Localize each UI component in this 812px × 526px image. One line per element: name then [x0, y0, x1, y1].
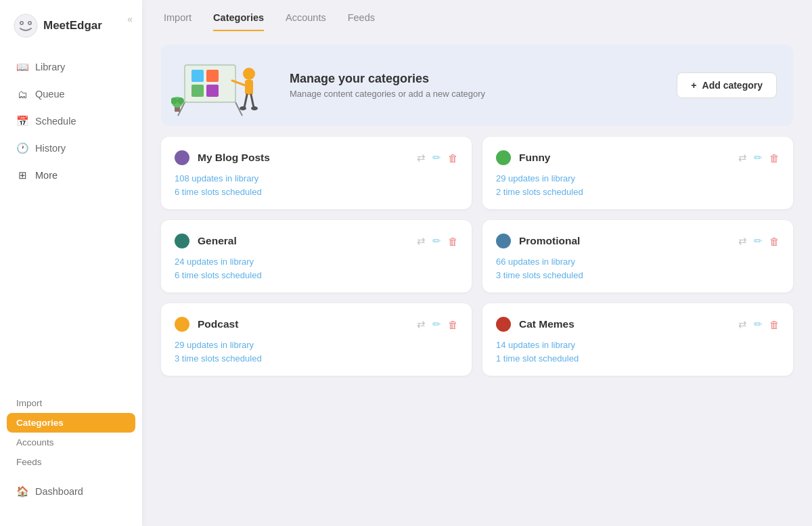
card-actions: ⇄ ✏ 🗑 — [738, 152, 780, 164]
card-title-row: Podcast — [175, 317, 238, 332]
card-header: My Blog Posts ⇄ ✏ 🗑 — [175, 150, 458, 165]
more-icon: ⊞ — [16, 169, 28, 181]
category-card-cat-memes: Cat Memes ⇄ ✏ 🗑 14 updates in library 1 … — [482, 303, 793, 376]
svg-line-15 — [244, 95, 247, 108]
category-card-general: General ⇄ ✏ 🗑 24 updates in library 6 ti… — [161, 220, 472, 292]
logo-icon — [14, 14, 38, 38]
sidebar-item-label-more: More — [35, 170, 58, 181]
category-name: Promotional — [519, 235, 580, 247]
sidebar-item-accounts[interactable]: Accounts — [7, 433, 135, 452]
card-title-row: My Blog Posts — [175, 150, 270, 165]
banner-text: Manage your categories Manage content ca… — [276, 72, 677, 99]
category-name: Funny — [519, 152, 551, 164]
delete-icon[interactable]: 🗑 — [448, 236, 458, 247]
svg-point-18 — [251, 106, 258, 110]
edit-icon[interactable]: ✏ — [432, 318, 441, 330]
shuffle-icon[interactable]: ⇄ — [417, 318, 426, 330]
delete-icon[interactable]: 🗑 — [448, 319, 458, 330]
svg-point-17 — [240, 106, 246, 110]
category-updates: 29 updates in library — [496, 173, 780, 183]
svg-rect-13 — [245, 80, 253, 95]
edit-icon[interactable]: ✏ — [754, 235, 763, 247]
add-category-button[interactable]: + Add category — [677, 72, 777, 98]
sidebar: MeetEdgar « 📖 Library 🗂 Queue 📅 Schedule… — [0, 0, 142, 526]
category-slots: 6 time slots scheduled — [175, 270, 458, 280]
sidebar-item-history[interactable]: 🕐 History — [7, 135, 135, 161]
delete-icon[interactable]: 🗑 — [769, 152, 780, 164]
banner-title: Manage your categories — [290, 72, 677, 86]
category-name: Podcast — [198, 318, 238, 330]
shuffle-icon[interactable]: ⇄ — [417, 235, 426, 247]
edit-icon[interactable]: ✏ — [432, 152, 441, 164]
queue-icon: 🗂 — [16, 88, 28, 100]
shuffle-icon[interactable]: ⇄ — [738, 318, 747, 330]
category-slots: 3 time slots scheduled — [175, 353, 458, 364]
categories-grid: My Blog Posts ⇄ ✏ 🗑 108 updates in libra… — [142, 137, 812, 395]
card-actions: ⇄ ✏ 🗑 — [738, 318, 780, 330]
sidebar-item-queue[interactable]: 🗂 Queue — [7, 81, 135, 107]
svg-rect-8 — [191, 85, 204, 97]
sidebar-item-library[interactable]: 📖 Library — [7, 54, 135, 80]
category-updates: 29 updates in library — [175, 340, 458, 350]
banner: Manage your categories Manage content ca… — [161, 45, 793, 126]
sidebar-item-more[interactable]: ⊞ More — [7, 162, 135, 188]
banner-illustration — [168, 51, 276, 119]
tab-categories[interactable]: Categories — [213, 12, 264, 31]
svg-rect-9 — [206, 85, 219, 97]
category-color-dot — [175, 317, 189, 332]
delete-icon[interactable]: 🗑 — [769, 319, 780, 330]
svg-point-0 — [14, 14, 37, 37]
add-category-icon: + — [691, 80, 696, 91]
edit-icon[interactable]: ✏ — [754, 152, 763, 164]
category-updates: 14 updates in library — [496, 340, 780, 350]
sidebar-item-label-dashboard: Dashboard — [35, 486, 83, 497]
category-updates: 66 updates in library — [496, 257, 780, 267]
category-card-funny: Funny ⇄ ✏ 🗑 29 updates in library 2 time… — [482, 137, 793, 209]
card-header: General ⇄ ✏ 🗑 — [175, 234, 458, 248]
category-name: General — [198, 235, 237, 247]
sidebar-item-feeds[interactable]: Feeds — [7, 452, 135, 472]
card-actions: ⇄ ✏ 🗑 — [417, 152, 458, 164]
shuffle-icon[interactable]: ⇄ — [738, 152, 747, 164]
shuffle-icon[interactable]: ⇄ — [738, 235, 747, 247]
card-actions: ⇄ ✏ 🗑 — [417, 235, 458, 247]
delete-icon[interactable]: 🗑 — [769, 236, 780, 247]
svg-point-22 — [177, 97, 184, 104]
card-header: Podcast ⇄ ✏ 🗑 — [175, 317, 458, 332]
category-updates: 108 updates in library — [175, 173, 458, 183]
tab-import[interactable]: Import — [164, 12, 191, 31]
tab-feeds[interactable]: Feeds — [348, 12, 375, 31]
category-color-dot — [496, 317, 511, 332]
sidebar-item-dashboard[interactable]: 🏠 Dashboard — [14, 479, 129, 504]
category-color-dot — [175, 234, 189, 248]
category-card-my-blog-posts: My Blog Posts ⇄ ✏ 🗑 108 updates in libra… — [161, 137, 472, 209]
category-slots: 2 time slots scheduled — [496, 187, 780, 197]
tab-accounts[interactable]: Accounts — [286, 12, 326, 31]
main-content: Import Categories Accounts Feeds — [142, 0, 812, 526]
category-color-dot — [175, 150, 189, 165]
edit-icon[interactable]: ✏ — [754, 318, 763, 330]
sidebar-nav: 📖 Library 🗂 Queue 📅 Schedule 🕐 History ⊞… — [0, 54, 142, 393]
card-header: Funny ⇄ ✏ 🗑 — [496, 150, 780, 165]
card-title-row: Funny — [496, 150, 551, 165]
sidebar-item-schedule[interactable]: 📅 Schedule — [7, 108, 135, 134]
sidebar-item-import[interactable]: Import — [7, 393, 135, 413]
card-actions: ⇄ ✏ 🗑 — [738, 235, 780, 247]
card-title-row: Promotional — [496, 234, 580, 248]
sidebar-item-label-queue: Queue — [35, 89, 65, 100]
shuffle-icon[interactable]: ⇄ — [417, 152, 426, 164]
svg-line-16 — [251, 95, 254, 108]
sidebar-item-label-schedule: Schedule — [35, 116, 76, 127]
sidebar-collapse-button[interactable]: « — [127, 14, 133, 24]
sidebar-item-label-history: History — [35, 143, 66, 154]
illustration-svg — [171, 55, 273, 119]
edit-icon[interactable]: ✏ — [432, 235, 441, 247]
sidebar-item-categories[interactable]: Categories — [7, 413, 135, 433]
top-tabs: Import Categories Accounts Feeds — [142, 0, 812, 31]
svg-point-12 — [243, 68, 255, 80]
card-header: Cat Memes ⇄ ✏ 🗑 — [496, 317, 780, 332]
app-name: MeetEdgar — [43, 19, 102, 32]
sidebar-sub-nav: Import Categories Accounts Feeds — [0, 393, 142, 472]
category-color-dot — [496, 150, 511, 165]
delete-icon[interactable]: 🗑 — [448, 152, 458, 164]
